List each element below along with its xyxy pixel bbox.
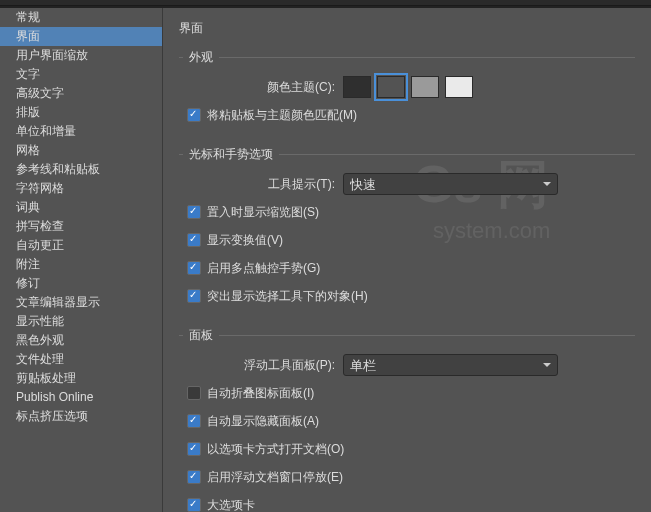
main-panel: Gs 网 system.com 界面 外观 颜色主题(C): 将粘贴板与主题颜色… [163, 8, 651, 512]
place-thumb-checkbox[interactable]: 置入时显示缩览图(S) [187, 204, 319, 221]
auto-show-checkbox[interactable]: 自动显示隐藏面板(A) [187, 413, 319, 430]
sidebar-item-display[interactable]: 显示性能 [0, 312, 162, 331]
sidebar-item-trackchanges[interactable]: 修订 [0, 274, 162, 293]
color-theme-label: 颜色主题(C): [183, 79, 343, 96]
sidebar-item-publish[interactable]: Publish Online [0, 388, 162, 407]
sidebar-item-filehandling[interactable]: 文件处理 [0, 350, 162, 369]
panels-group: 面板 浮动工具面板(P): 单栏 自动折叠图标面板(I) 自动显示隐藏面板(A)… [179, 327, 635, 512]
sidebar-item-guides[interactable]: 参考线和粘贴板 [0, 160, 162, 179]
sidebar-item-autocorrect[interactable]: 自动更正 [0, 236, 162, 255]
sidebar: 常规 界面 用户界面缩放 文字 高级文字 排版 单位和增量 网格 参考线和粘贴板… [0, 8, 163, 512]
match-pasteboard-checkbox[interactable]: 将粘贴板与主题颜色匹配(M) [187, 107, 357, 124]
panels-legend: 面板 [183, 327, 219, 344]
sidebar-item-dictionary[interactable]: 词典 [0, 198, 162, 217]
sidebar-item-interface[interactable]: 界面 [0, 27, 162, 46]
float-tools-select[interactable]: 单栏 [343, 354, 558, 376]
sidebar-item-spelling[interactable]: 拼写检查 [0, 217, 162, 236]
sidebar-item-clipboard[interactable]: 剪贴板处理 [0, 369, 162, 388]
theme-swatch-darkest[interactable] [343, 76, 371, 98]
sidebar-item-punctuation[interactable]: 标点挤压选项 [0, 407, 162, 426]
sidebar-item-ui-scaling[interactable]: 用户界面缩放 [0, 46, 162, 65]
sidebar-item-storyeditor[interactable]: 文章编辑器显示 [0, 293, 162, 312]
show-values-checkbox[interactable]: 显示变换值(V) [187, 232, 283, 249]
multitouch-checkbox[interactable]: 启用多点触控手势(G) [187, 260, 320, 277]
theme-swatch-light[interactable] [445, 76, 473, 98]
cursor-legend: 光标和手势选项 [183, 146, 279, 163]
theme-swatch-dark[interactable] [377, 76, 405, 98]
sidebar-item-type[interactable]: 文字 [0, 65, 162, 84]
cursor-group: 光标和手势选项 工具提示(T): 快速 置入时显示缩览图(S) 显示变换值(V)… [179, 146, 635, 317]
auto-collapse-checkbox[interactable]: 自动折叠图标面板(I) [187, 385, 314, 402]
float-dock-checkbox[interactable]: 启用浮动文档窗口停放(E) [187, 469, 343, 486]
tooltip-select[interactable]: 快速 [343, 173, 558, 195]
page-title: 界面 [179, 20, 635, 37]
sidebar-item-units[interactable]: 单位和增量 [0, 122, 162, 141]
tab-docs-checkbox[interactable]: 以选项卡方式打开文档(O) [187, 441, 344, 458]
sidebar-item-notes[interactable]: 附注 [0, 255, 162, 274]
sidebar-item-general[interactable]: 常规 [0, 8, 162, 27]
sidebar-item-grids[interactable]: 网格 [0, 141, 162, 160]
theme-swatch-medium[interactable] [411, 76, 439, 98]
highlight-checkbox[interactable]: 突出显示选择工具下的对象(H) [187, 288, 368, 305]
big-tabs-checkbox[interactable]: 大选项卡 [187, 497, 255, 513]
sidebar-item-composition[interactable]: 排版 [0, 103, 162, 122]
sidebar-item-chargrid[interactable]: 字符网格 [0, 179, 162, 198]
float-tools-label: 浮动工具面板(P): [183, 357, 343, 374]
tooltip-label: 工具提示(T): [183, 176, 343, 193]
appearance-group: 外观 颜色主题(C): 将粘贴板与主题颜色匹配(M) [179, 49, 635, 136]
appearance-legend: 外观 [183, 49, 219, 66]
sidebar-item-advanced-type[interactable]: 高级文字 [0, 84, 162, 103]
sidebar-item-black[interactable]: 黑色外观 [0, 331, 162, 350]
